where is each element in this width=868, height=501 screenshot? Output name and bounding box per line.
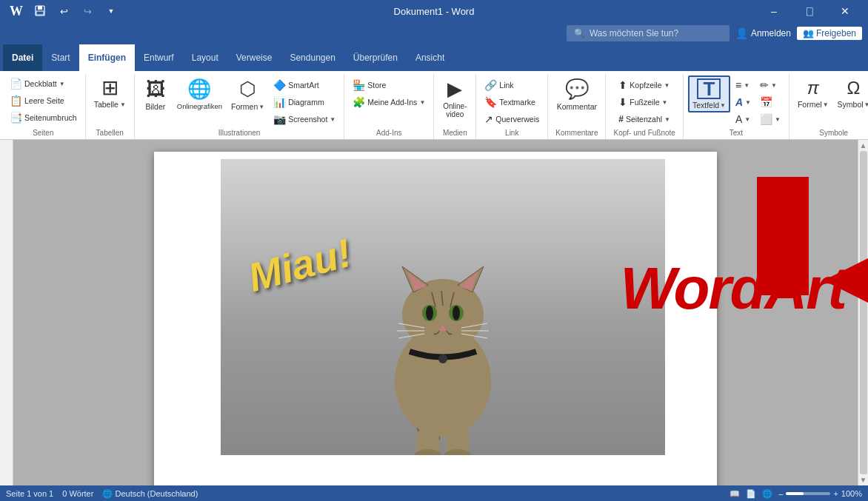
smartart-icon: 🔷 [273, 79, 286, 91]
text-label: Text [688, 127, 784, 139]
textfeld-dropdown[interactable]: ▼ [720, 102, 726, 109]
objekt-dropdown[interactable]: ▼ [775, 116, 781, 123]
smartart-button[interactable]: 🔷 SmartArt [270, 77, 339, 93]
seitenumbruch-button[interactable]: 📑 Seitenumbruch [6, 110, 81, 126]
medien-label: Medien [438, 127, 471, 139]
diagramm-button[interactable]: 📊 Diagramm [270, 94, 339, 110]
tabelle-dropdown[interactable]: ▼ [120, 101, 126, 108]
formel-dropdown[interactable]: ▼ [823, 101, 829, 108]
screenshot-button[interactable]: 📷 Screenshot ▼ [270, 111, 339, 127]
ribbon-group-illustrationen: 🖼 Bilder 🌐 Onlinegrafiken ⬡ Formen ▼ [135, 74, 344, 139]
textmarke-button[interactable]: 🔖 Textmarke [481, 94, 543, 110]
querverweis-icon: ↗ [484, 113, 493, 125]
datum-uhrzeit-button[interactable]: 📅 [756, 94, 784, 110]
fusszeile-button[interactable]: ⬇ Fußzeile ▼ [615, 94, 674, 110]
save-button[interactable] [30, 1, 50, 21]
schnellbausteine-dropdown[interactable]: ▼ [744, 82, 750, 89]
querverweis-button[interactable]: ↗ Querverweis [481, 111, 543, 127]
tab-start[interactable]: Start [42, 44, 79, 71]
initialbuchstabe-button[interactable]: A ▼ [732, 111, 755, 127]
schnellbausteine-button[interactable]: ≡ ▼ [732, 77, 755, 93]
illustrationen-items: 🖼 Bilder 🌐 Onlinegrafiken ⬡ Formen ▼ [139, 74, 339, 127]
kopf-fussnote-items: ⬆ Kopfzeile ▼ ⬇ Fußzeile ▼ # Seitenzahl … [615, 74, 674, 127]
formen-button[interactable]: ⬡ Formen ▼ [227, 75, 268, 113]
symbol-button[interactable]: Ω Symbol ▼ [834, 75, 868, 111]
bilder-icon: 🖼 [146, 78, 165, 101]
fusszeile-dropdown[interactable]: ▼ [662, 99, 668, 106]
document-title: Dokument1 - Word [394, 6, 475, 17]
tab-datei[interactable]: Datei [3, 44, 42, 71]
tabelle-icon: ⊞ [101, 78, 118, 98]
quick-access-toolbar: W ↩ ↪ ▼ [6, 1, 121, 21]
zoom-in-button[interactable]: + [833, 489, 838, 498]
customize-qat-button[interactable]: ▼ [101, 1, 121, 21]
kopfzeile-dropdown[interactable]: ▼ [664, 82, 670, 89]
signaturzeile-dropdown[interactable]: ▼ [771, 82, 777, 89]
onlinegrafiken-icon: 🌐 [187, 78, 211, 101]
textfeld-button[interactable]: T Textfeld ▼ [688, 75, 730, 112]
meine-addins-button[interactable]: 🧩 Meine Add-Ins ▼ [349, 94, 429, 110]
wordart-button[interactable]: A ▼ [732, 94, 755, 110]
symbol-icon: Ω [847, 78, 861, 98]
kommentar-icon: 💬 [565, 78, 589, 101]
formel-button[interactable]: π Formel ▼ [794, 75, 832, 111]
tab-layout[interactable]: Layout [183, 44, 227, 71]
link-button[interactable]: 🔗 Link [481, 77, 543, 93]
leere-seite-button[interactable]: 📋 Leere Seite [6, 93, 81, 109]
tab-ueberpruefen[interactable]: Überprüfen [344, 44, 407, 71]
wordart-dropdown[interactable]: ▼ [745, 99, 751, 106]
scroll-thumb[interactable] [860, 151, 867, 474]
signaturzeile-button[interactable]: ✏ ▼ [756, 77, 784, 93]
undo-button[interactable]: ↩ [53, 1, 74, 21]
datum-uhrzeit-icon: 📅 [760, 96, 772, 108]
kopfzeile-button[interactable]: ⬆ Kopfzeile ▼ [615, 77, 674, 93]
close-button[interactable]: ✕ [828, 0, 862, 22]
symbol-dropdown[interactable]: ▼ [864, 101, 868, 108]
view-mode-web[interactable]: 🌐 [762, 489, 772, 499]
screenshot-dropdown[interactable]: ▼ [330, 116, 335, 123]
link-label: Link [481, 127, 543, 139]
ribbon-group-symbole: π Formel ▼ Ω Symbol ▼ Symbole [789, 74, 868, 139]
onlinegrafiken-button[interactable]: 🌐 Onlinegrafiken [173, 75, 226, 112]
online-video-icon: ▶ [447, 78, 462, 101]
anmelden-button[interactable]: 👤 Anmelden [735, 27, 791, 39]
text-items: T Textfeld ▼ ≡ ▼ A ▼ [688, 74, 784, 127]
ribbon: Datei Start Einfügen Entwurf Layout Verw… [0, 44, 868, 140]
tab-ansicht[interactable]: Ansicht [407, 44, 453, 71]
redo-button[interactable]: ↪ [77, 1, 98, 21]
freigeben-button[interactable]: 👥 Freigeben [797, 27, 862, 40]
tab-entwurf[interactable]: Entwurf [135, 44, 183, 71]
addins-label: Add-Ins [349, 127, 429, 139]
objekt-button[interactable]: ⬜ ▼ [756, 111, 784, 127]
view-mode-print[interactable]: 📄 [746, 489, 756, 499]
zoom-slider-fill [786, 492, 804, 495]
store-button[interactable]: 🏪 Store [349, 77, 429, 93]
addins-dropdown[interactable]: ▼ [419, 99, 425, 106]
tabelle-button[interactable]: ⊞ Tabelle ▼ [90, 75, 130, 111]
deckblatt-button[interactable]: 📄 Deckblatt ▼ [6, 75, 81, 92]
ribbon-group-addins: 🏪 Store 🧩 Meine Add-Ins ▼ Add-Ins [344, 74, 434, 139]
kommentar-button[interactable]: 💬 Kommentar [553, 75, 601, 113]
ribbon-group-text: T Textfeld ▼ ≡ ▼ A ▼ [684, 74, 789, 139]
status-bar: Seite 1 von 1 0 Wörter 🌐 Deutsch (Deutsc… [0, 485, 868, 501]
bilder-button[interactable]: 🖼 Bilder [139, 75, 172, 113]
ribbon-group-seiten: 📄 Deckblatt ▼ 📋 Leere Seite 📑 Seitenumbr… [1, 74, 86, 139]
tab-einfuegen[interactable]: Einfügen [79, 44, 135, 71]
restore-button[interactable]: ⎕ [792, 0, 827, 22]
deckblatt-dropdown[interactable]: ▼ [59, 81, 65, 87]
zoom-out-button[interactable]: – [778, 489, 783, 498]
meine-addins-icon: 🧩 [353, 96, 365, 108]
minimize-button[interactable]: – [757, 0, 791, 22]
seitenzahl-dropdown[interactable]: ▼ [664, 116, 670, 123]
search-bar[interactable]: 🔍 Was möchten Sie tun? [567, 25, 730, 41]
online-video-button[interactable]: ▶ Online-video [438, 75, 471, 121]
share-icon: 👥 [803, 28, 814, 38]
view-mode-read[interactable]: 📖 [730, 489, 740, 499]
vertical-scrollbar[interactable]: ▲ ▼ [858, 140, 868, 485]
document-canvas: Miau! [13, 140, 858, 485]
tab-sendungen[interactable]: Sendungen [281, 44, 344, 71]
seitenzahl-button[interactable]: # Seitenzahl ▼ [615, 111, 674, 127]
tab-verweise[interactable]: Verweise [227, 44, 281, 71]
formen-dropdown[interactable]: ▼ [258, 104, 264, 110]
initialbuchstabe-dropdown[interactable]: ▼ [744, 116, 750, 123]
